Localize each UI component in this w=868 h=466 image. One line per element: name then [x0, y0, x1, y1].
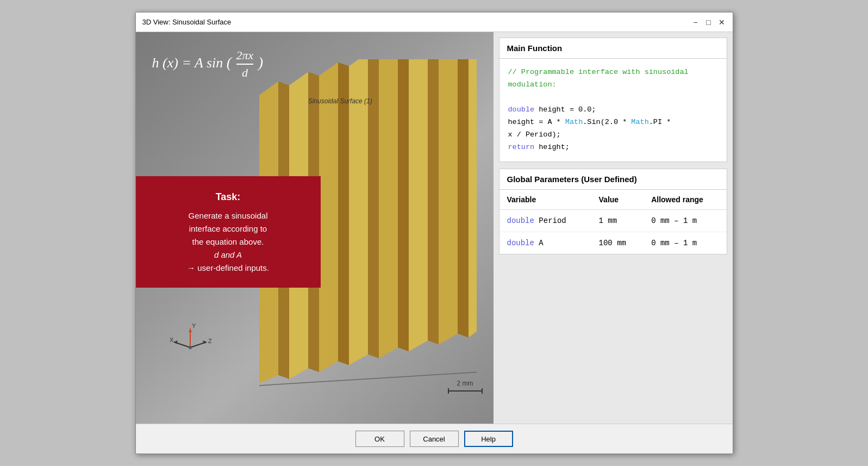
minimize-button[interactable]: − [691, 18, 700, 27]
close-button[interactable]: ✕ [717, 18, 726, 27]
svg-marker-11 [428, 59, 439, 346]
param-range: 0 mm – 1 m [644, 232, 726, 254]
col-value: Value [591, 190, 644, 210]
params-section: Global Parameters (User Defined) Variabl… [499, 169, 727, 254]
svg-text:X: X [170, 337, 174, 343]
right-panel: Main Function // Programmable interface … [494, 32, 733, 424]
code-line2-mid: .Sin(2.0 * [583, 118, 631, 126]
code-class-math2: Math [631, 118, 648, 126]
scale-bar-line [448, 388, 483, 394]
code-body: // Programmable interface with sinusoida… [499, 59, 727, 161]
table-row: double Period 1 mm 0 mm – 1 m [499, 209, 727, 232]
window-title: 3D View: Sinusoidal Surface [142, 18, 232, 26]
code-line1-rest: height = 0.0; [534, 105, 596, 114]
param-name: A [534, 239, 544, 247]
axis-indicator: Z X Y [168, 320, 212, 364]
svg-text:Z: Z [208, 338, 212, 344]
ok-button[interactable]: OK [355, 431, 404, 447]
left-panel: h (x) = A sin ( 2πx d ) [136, 32, 494, 424]
code-line4: return height; [508, 143, 570, 151]
code-line2: height = A * Math.Sin(2.0 * Math.PI * [508, 118, 671, 126]
scale-bar-label: 2 mm [457, 380, 473, 387]
svg-marker-4 [319, 62, 338, 372]
main-window: 3D View: Sinusoidal Surface − □ ✕ h (x) … [135, 12, 733, 454]
col-variable: Variable [499, 190, 591, 210]
code-section: Main Function // Programmable interface … [499, 38, 727, 162]
scale-bar-inner [449, 390, 482, 392]
param-name: Period [534, 216, 566, 225]
param-type-kw: double [507, 239, 534, 247]
task-line2: interface according to [189, 224, 267, 233]
param-value: 1 mm [591, 209, 644, 232]
table-row: double A 100 mm 0 mm – 1 m [499, 232, 727, 254]
param-variable: double A [499, 232, 591, 254]
svg-point-25 [189, 346, 192, 349]
code-line2-end: .PI * [649, 118, 671, 126]
svg-marker-6 [349, 59, 368, 365]
scale-tick-right [482, 388, 483, 394]
param-variable: double Period [499, 209, 591, 232]
code-class-math1: Math [565, 118, 583, 126]
footer: OK Cancel Help [136, 424, 733, 453]
task-line5: → user-defined inputs. [187, 263, 269, 272]
col-range: Allowed range [644, 190, 726, 210]
maximize-button[interactable]: □ [704, 18, 713, 27]
code-comment: // Programmable interface with sinusoida… [508, 68, 689, 89]
svg-marker-13 [458, 59, 469, 339]
cancel-button[interactable]: Cancel [410, 431, 459, 447]
svg-text:Y: Y [192, 322, 196, 329]
code-header: Main Function [499, 38, 727, 59]
svg-marker-12 [439, 59, 458, 344]
param-range: 0 mm – 1 m [644, 209, 726, 232]
code-line2-start: height = A * [508, 118, 565, 126]
help-button[interactable]: Help [464, 431, 513, 447]
title-bar: 3D View: Sinusoidal Surface − □ ✕ [136, 13, 733, 32]
svg-marker-9 [398, 59, 409, 353]
param-type-kw: double [507, 216, 534, 225]
title-bar-controls: − □ ✕ [691, 18, 726, 27]
task-title: Task: [151, 189, 305, 205]
code-line4-rest: height; [534, 143, 570, 151]
task-body: Generate a sinusoidal interface accordin… [151, 209, 305, 275]
svg-marker-5 [338, 61, 349, 367]
code-line1: double height = 0.0; [508, 105, 596, 114]
scale-bar: 2 mm [448, 380, 483, 394]
task-line3: the equation above. [192, 237, 264, 246]
code-kw-double1: double [508, 105, 535, 114]
svg-marker-10 [409, 59, 428, 351]
params-header: Global Parameters (User Defined) [499, 169, 727, 190]
params-table: Variable Value Allowed range double Peri… [499, 190, 727, 254]
task-line1: Generate a sinusoidal [189, 211, 268, 220]
param-value: 100 mm [591, 232, 644, 254]
svg-marker-23 [189, 328, 192, 332]
code-line3: x / Period); [508, 131, 561, 139]
svg-marker-8 [379, 59, 398, 358]
surface-label: Sinusoidal Surface (1) [308, 97, 372, 105]
viewport-3d[interactable]: h (x) = A sin ( 2πx d ) [136, 32, 494, 424]
main-content: h (x) = A sin ( 2πx d ) [136, 32, 733, 424]
code-kw-return: return [508, 143, 535, 151]
task-box: Task: Generate a sinusoidal interface ac… [136, 176, 321, 288]
task-line4: d and A [214, 250, 242, 259]
svg-marker-14 [469, 59, 477, 338]
